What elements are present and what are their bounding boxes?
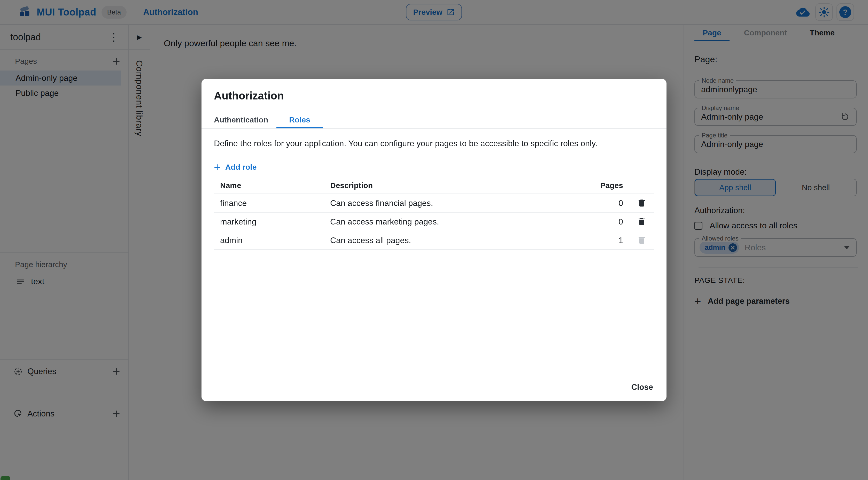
delete-role-button[interactable] bbox=[637, 217, 646, 226]
column-header-pages: Pages bbox=[582, 181, 623, 190]
roles-table: Name Description Pages finance Can acces… bbox=[214, 178, 654, 250]
dialog-title: Authorization bbox=[202, 79, 666, 111]
role-description: Can access financial pages. bbox=[324, 199, 582, 208]
trash-icon bbox=[637, 236, 646, 245]
delete-role-button[interactable] bbox=[637, 199, 646, 208]
role-pages-count: 0 bbox=[582, 199, 623, 208]
column-header-description: Description bbox=[324, 181, 582, 190]
dialog-content: Define the roles for your application. Y… bbox=[202, 129, 666, 401]
column-header-name: Name bbox=[214, 181, 324, 190]
role-name: finance bbox=[214, 199, 324, 208]
role-description: Can access marketing pages. bbox=[324, 217, 582, 227]
table-row: admin Can access all pages. 1 bbox=[214, 231, 654, 250]
tab-roles-label: Roles bbox=[289, 116, 310, 124]
trash-icon bbox=[637, 199, 646, 208]
trash-icon bbox=[637, 217, 646, 226]
tab-authentication-label: Authentication bbox=[214, 116, 268, 124]
role-name: marketing bbox=[214, 217, 324, 227]
tab-roles[interactable]: Roles bbox=[276, 111, 323, 128]
authorization-dialog: Authorization Authentication Roles Defin… bbox=[202, 79, 666, 401]
tab-authentication[interactable]: Authentication bbox=[206, 111, 276, 128]
role-pages-count: 0 bbox=[582, 217, 623, 227]
role-name: admin bbox=[214, 236, 324, 245]
roles-description: Define the roles for your application. Y… bbox=[214, 138, 654, 149]
table-row: marketing Can access marketing pages. 0 bbox=[214, 213, 654, 231]
close-button[interactable]: Close bbox=[626, 379, 659, 395]
delete-role-button-disabled bbox=[637, 236, 646, 245]
role-description: Can access all pages. bbox=[324, 236, 582, 245]
add-role-label: Add role bbox=[225, 163, 257, 172]
role-pages-count: 1 bbox=[582, 236, 623, 245]
roles-table-header: Name Description Pages bbox=[214, 178, 654, 194]
plus-icon: + bbox=[214, 161, 221, 173]
dialog-tabs: Authentication Roles bbox=[202, 111, 666, 129]
add-role-button[interactable]: + Add role bbox=[214, 160, 259, 174]
table-row: finance Can access financial pages. 0 bbox=[214, 194, 654, 213]
